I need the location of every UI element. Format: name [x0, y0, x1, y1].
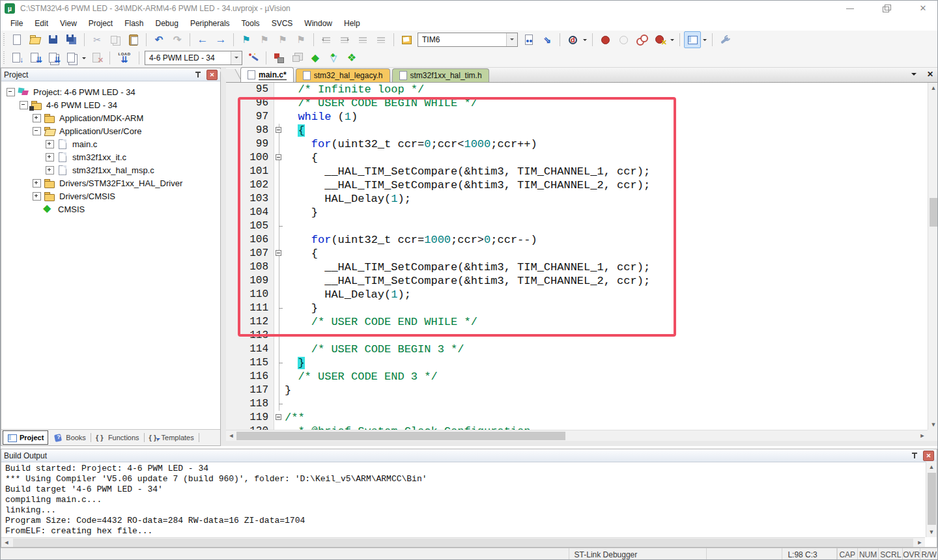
fold-toggle-icon[interactable] — [276, 154, 281, 160]
code-text[interactable]: } — [285, 206, 318, 219]
build-output-text[interactable]: Build started: Project: 4-6 PWM LED - 34… — [1, 462, 925, 537]
line-number[interactable]: 98 — [226, 124, 274, 137]
build-output-vertical-scrollbar[interactable]: ▲ ▼ — [926, 462, 937, 537]
tree-expander[interactable] — [20, 101, 28, 109]
translate-button[interactable] — [8, 49, 25, 66]
toolbar-grip[interactable] — [2, 33, 6, 46]
restore-button[interactable] — [881, 3, 892, 14]
tree-expander[interactable] — [33, 127, 41, 135]
fold-toggle-icon[interactable] — [276, 414, 281, 420]
stop-build-button[interactable] — [89, 49, 106, 66]
code-text[interactable]: /* Infinite loop */ — [285, 83, 424, 96]
target-select-combobox[interactable]: 4-6 PWM LED - 34 — [145, 51, 242, 65]
tree-expander[interactable] — [33, 179, 41, 188]
batch-build-button[interactable] — [63, 49, 80, 66]
menu-item-window[interactable]: Window — [298, 17, 338, 30]
save-all-button[interactable] — [63, 31, 80, 48]
line-number[interactable]: 111 — [226, 301, 274, 315]
tab-books[interactable]: Books — [50, 431, 90, 444]
line-number[interactable]: 113 — [226, 329, 274, 343]
scroll-up-arrow[interactable]: ▲ — [926, 462, 937, 472]
enable-breakpoint-button[interactable] — [615, 31, 632, 48]
next-bookmark-button[interactable] — [274, 31, 291, 48]
line-number[interactable]: 119 — [226, 411, 274, 425]
configure-button[interactable] — [717, 31, 733, 48]
line-number[interactable]: 100 — [226, 151, 274, 165]
tree-item-project-4-6-pwm-led-34[interactable]: Project: 4-6 PWM LED - 34 — [1, 85, 220, 98]
tree-item-application-mdk-arm[interactable]: Application/MDK-ARM — [1, 111, 220, 124]
code-text[interactable]: __HAL_TIM_SetCompare(&htim3, TIM_CHANNEL… — [285, 260, 650, 274]
menu-item-svcs[interactable]: SVCS — [266, 17, 299, 30]
search-value[interactable]: TIM6 — [418, 35, 506, 44]
code-text[interactable]: /* USER CODE BEGIN 3 */ — [285, 343, 464, 356]
line-number[interactable]: 105 — [226, 219, 274, 233]
line-number[interactable]: 104 — [226, 206, 274, 219]
line-number[interactable]: 95 — [226, 83, 274, 96]
tree-expander[interactable] — [33, 114, 41, 122]
new-file-button[interactable] — [8, 31, 25, 48]
project-panel-close-button[interactable] — [206, 70, 218, 80]
incremental-find-button[interactable] — [539, 31, 556, 48]
tree-expander[interactable] — [7, 88, 15, 96]
code-text[interactable]: * @brief System Clock Configuration — [285, 425, 530, 430]
tab-templates[interactable]: Templates — [145, 431, 198, 444]
search-combobox[interactable]: TIM6 — [418, 33, 518, 47]
indent-button[interactable] — [336, 31, 353, 48]
line-number[interactable]: 115 — [226, 356, 274, 370]
code-text[interactable]: { — [285, 151, 318, 165]
line-number[interactable]: 118 — [226, 397, 274, 411]
scrollbar-thumb[interactable] — [13, 539, 913, 547]
toggle-breakpoint-button[interactable] — [597, 31, 614, 48]
line-number[interactable]: 109 — [226, 274, 274, 288]
line-number[interactable]: 114 — [226, 343, 274, 356]
clear-bookmarks-button[interactable] — [292, 31, 309, 48]
line-number[interactable]: 117 — [226, 384, 274, 397]
tree-item-stm32f1xx-it-c[interactable]: stm32f1xx_it.c — [1, 150, 220, 163]
line-number[interactable]: 99 — [226, 137, 274, 151]
scroll-right-arrow[interactable]: ► — [915, 537, 925, 548]
code-text[interactable]: __HAL_TIM_SetCompare(&htim3, TIM_CHANNEL… — [285, 274, 650, 288]
tree-expander[interactable] — [46, 153, 54, 161]
pack-installer-button[interactable] — [343, 49, 360, 66]
menu-item-project[interactable]: Project — [83, 17, 119, 30]
line-number[interactable]: 102 — [226, 178, 274, 192]
tree-item-main-c[interactable]: main.c — [1, 137, 220, 150]
scroll-left-arrow[interactable]: ◄ — [1, 537, 12, 548]
close-document-icon[interactable] — [927, 71, 933, 77]
target-dropdown-button[interactable] — [231, 51, 242, 64]
code-text[interactable]: } — [285, 384, 291, 397]
close-button[interactable] — [918, 3, 928, 14]
build-output-close-button[interactable] — [923, 451, 934, 461]
tree-item-cmsis[interactable]: CMSIS — [1, 203, 220, 216]
redo-button[interactable] — [169, 31, 186, 48]
toggle-bookmark-button[interactable] — [238, 31, 255, 48]
menu-item-tools[interactable]: Tools — [236, 17, 266, 30]
line-number[interactable]: 101 — [226, 165, 274, 178]
undo-button[interactable] — [150, 31, 167, 48]
navigate-back-button[interactable] — [194, 31, 211, 48]
editor-tab-stm32-hal-legacy-h[interactable]: stm32_hal_legacy.h — [296, 68, 390, 82]
fold-toggle-icon[interactable] — [276, 127, 281, 133]
save-button[interactable] — [45, 31, 62, 48]
code-editor[interactable]: 95 /* Infinite loop */96 /* USER CODE BE… — [226, 83, 928, 430]
toolbar-grip[interactable] — [2, 51, 6, 64]
tree-expander[interactable] — [33, 192, 41, 201]
tree-item-application-user-core[interactable]: Application/User/Core — [1, 124, 220, 137]
line-number[interactable]: 106 — [226, 233, 274, 247]
scroll-down-arrow[interactable]: ▼ — [928, 419, 938, 430]
line-number[interactable]: 107 — [226, 247, 274, 260]
code-text[interactable]: { — [285, 124, 305, 137]
pin-icon[interactable] — [911, 452, 918, 460]
open-file-button[interactable] — [27, 31, 44, 48]
build-output-horizontal-scrollbar[interactable]: ◄ ► — [1, 537, 925, 547]
kill-all-breakpoints-button[interactable] — [651, 31, 668, 48]
prev-bookmark-button[interactable] — [256, 31, 273, 48]
find-in-files-button[interactable] — [520, 31, 537, 48]
code-text[interactable]: /* USER CODE END WHILE */ — [285, 315, 477, 329]
menu-item-peripherals[interactable]: Peripherals — [184, 17, 236, 30]
code-text[interactable]: for(uint32_t ccr=0;ccr<1000;ccr++) — [285, 137, 537, 151]
pack-filter-button[interactable] — [325, 49, 342, 66]
line-number[interactable]: 112 — [226, 315, 274, 329]
menu-item-flash[interactable]: Flash — [119, 17, 149, 30]
find-dropdown-caret[interactable] — [582, 32, 589, 48]
